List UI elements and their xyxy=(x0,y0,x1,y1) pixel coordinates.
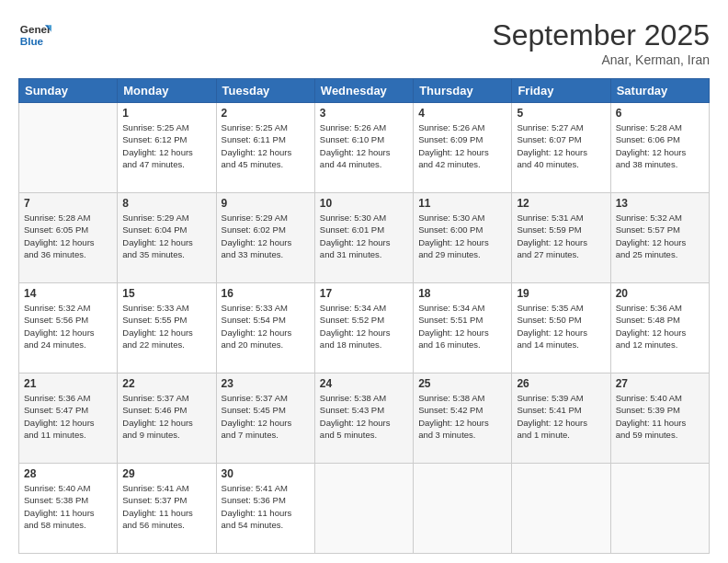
calendar-week-row: 21Sunrise: 5:36 AM Sunset: 5:47 PM Dayli… xyxy=(19,373,710,464)
day-info: Sunrise: 5:29 AM Sunset: 6:02 PM Dayligh… xyxy=(222,212,310,260)
day-info: Sunrise: 5:40 AM Sunset: 5:39 PM Dayligh… xyxy=(616,392,704,441)
table-row: 29Sunrise: 5:41 AM Sunset: 5:37 PM Dayli… xyxy=(118,464,216,554)
table-row: 7Sunrise: 5:28 AM Sunset: 6:05 PM Daylig… xyxy=(19,193,118,283)
col-friday: Friday xyxy=(512,79,610,103)
day-info: Sunrise: 5:35 AM Sunset: 5:50 PM Dayligh… xyxy=(517,302,605,350)
day-info: Sunrise: 5:33 AM Sunset: 5:55 PM Dayligh… xyxy=(122,302,210,350)
day-info: Sunrise: 5:29 AM Sunset: 6:04 PM Dayligh… xyxy=(122,212,210,260)
table-row: 15Sunrise: 5:33 AM Sunset: 5:55 PM Dayli… xyxy=(118,283,216,373)
title-block: September 2025 Anar, Kerman, Iran xyxy=(492,18,710,67)
day-number: 28 xyxy=(24,467,112,480)
table-row: 23Sunrise: 5:37 AM Sunset: 5:45 PM Dayli… xyxy=(216,373,314,464)
table-row: 20Sunrise: 5:36 AM Sunset: 5:48 PM Dayli… xyxy=(610,283,709,373)
table-row: 10Sunrise: 5:30 AM Sunset: 6:01 PM Dayli… xyxy=(314,193,413,283)
day-info: Sunrise: 5:38 AM Sunset: 5:42 PM Dayligh… xyxy=(418,392,506,441)
logo-icon: General Blue xyxy=(18,18,51,52)
day-info: Sunrise: 5:27 AM Sunset: 6:07 PM Dayligh… xyxy=(517,121,605,170)
day-number: 12 xyxy=(517,197,605,210)
day-info: Sunrise: 5:41 AM Sunset: 5:36 PM Dayligh… xyxy=(222,482,310,531)
day-number: 23 xyxy=(222,377,310,390)
day-number: 27 xyxy=(616,377,704,390)
day-number: 5 xyxy=(517,107,605,120)
day-number: 14 xyxy=(24,287,112,300)
day-info: Sunrise: 5:34 AM Sunset: 5:51 PM Dayligh… xyxy=(418,302,506,350)
table-row: 26Sunrise: 5:39 AM Sunset: 5:41 PM Dayli… xyxy=(512,373,610,464)
day-info: Sunrise: 5:37 AM Sunset: 5:45 PM Dayligh… xyxy=(222,392,310,441)
day-info: Sunrise: 5:41 AM Sunset: 5:37 PM Dayligh… xyxy=(122,482,210,531)
calendar-week-row: 14Sunrise: 5:32 AM Sunset: 5:56 PM Dayli… xyxy=(19,283,710,373)
col-saturday: Saturday xyxy=(610,79,709,103)
day-number: 21 xyxy=(24,377,112,390)
svg-text:General: General xyxy=(20,23,51,35)
day-info: Sunrise: 5:36 AM Sunset: 5:47 PM Dayligh… xyxy=(24,392,112,441)
table-row: 24Sunrise: 5:38 AM Sunset: 5:43 PM Dayli… xyxy=(314,373,413,464)
table-row: 6Sunrise: 5:28 AM Sunset: 6:06 PM Daylig… xyxy=(610,103,709,193)
table-row: 13Sunrise: 5:32 AM Sunset: 5:57 PM Dayli… xyxy=(610,193,709,283)
table-row xyxy=(610,464,709,554)
day-info: Sunrise: 5:38 AM Sunset: 5:43 PM Dayligh… xyxy=(320,392,408,441)
calendar-week-row: 1Sunrise: 5:25 AM Sunset: 6:12 PM Daylig… xyxy=(19,103,710,193)
col-monday: Monday xyxy=(118,79,216,103)
table-row xyxy=(19,103,118,193)
table-row: 5Sunrise: 5:27 AM Sunset: 6:07 PM Daylig… xyxy=(512,103,610,193)
table-row: 8Sunrise: 5:29 AM Sunset: 6:04 PM Daylig… xyxy=(118,193,216,283)
day-info: Sunrise: 5:32 AM Sunset: 5:56 PM Dayligh… xyxy=(24,302,112,350)
day-number: 18 xyxy=(418,287,506,300)
day-info: Sunrise: 5:33 AM Sunset: 5:54 PM Dayligh… xyxy=(222,302,310,350)
calendar-table: Sunday Monday Tuesday Wednesday Thursday… xyxy=(18,78,710,554)
day-info: Sunrise: 5:30 AM Sunset: 6:01 PM Dayligh… xyxy=(320,212,408,260)
day-number: 1 xyxy=(122,107,210,120)
table-row: 21Sunrise: 5:36 AM Sunset: 5:47 PM Dayli… xyxy=(19,373,118,464)
day-info: Sunrise: 5:36 AM Sunset: 5:48 PM Dayligh… xyxy=(616,302,704,350)
calendar-week-row: 28Sunrise: 5:40 AM Sunset: 5:38 PM Dayli… xyxy=(19,464,710,554)
col-wednesday: Wednesday xyxy=(314,79,413,103)
col-thursday: Thursday xyxy=(414,79,512,103)
day-number: 7 xyxy=(24,197,112,210)
day-number: 26 xyxy=(517,377,605,390)
table-row: 17Sunrise: 5:34 AM Sunset: 5:52 PM Dayli… xyxy=(314,283,413,373)
day-info: Sunrise: 5:32 AM Sunset: 5:57 PM Dayligh… xyxy=(616,212,704,260)
day-info: Sunrise: 5:26 AM Sunset: 6:10 PM Dayligh… xyxy=(320,121,408,170)
table-row: 11Sunrise: 5:30 AM Sunset: 6:00 PM Dayli… xyxy=(414,193,512,283)
table-row: 1Sunrise: 5:25 AM Sunset: 6:12 PM Daylig… xyxy=(118,103,216,193)
day-number: 11 xyxy=(418,197,506,210)
day-number: 25 xyxy=(418,377,506,390)
table-row: 19Sunrise: 5:35 AM Sunset: 5:50 PM Dayli… xyxy=(512,283,610,373)
day-info: Sunrise: 5:26 AM Sunset: 6:09 PM Dayligh… xyxy=(418,121,506,170)
day-number: 17 xyxy=(320,287,408,300)
table-row xyxy=(512,464,610,554)
day-number: 13 xyxy=(616,197,704,210)
table-row: 16Sunrise: 5:33 AM Sunset: 5:54 PM Dayli… xyxy=(216,283,314,373)
table-row xyxy=(414,464,512,554)
month-title: September 2025 xyxy=(492,18,710,52)
day-info: Sunrise: 5:25 AM Sunset: 6:11 PM Dayligh… xyxy=(222,121,310,170)
calendar-week-row: 7Sunrise: 5:28 AM Sunset: 6:05 PM Daylig… xyxy=(19,193,710,283)
day-number: 20 xyxy=(616,287,704,300)
day-number: 19 xyxy=(517,287,605,300)
table-row: 27Sunrise: 5:40 AM Sunset: 5:39 PM Dayli… xyxy=(610,373,709,464)
header-row: Sunday Monday Tuesday Wednesday Thursday… xyxy=(19,79,710,103)
table-row: 18Sunrise: 5:34 AM Sunset: 5:51 PM Dayli… xyxy=(414,283,512,373)
day-number: 30 xyxy=(222,467,310,480)
day-info: Sunrise: 5:30 AM Sunset: 6:00 PM Dayligh… xyxy=(418,212,506,260)
table-row: 2Sunrise: 5:25 AM Sunset: 6:11 PM Daylig… xyxy=(216,103,314,193)
table-row: 28Sunrise: 5:40 AM Sunset: 5:38 PM Dayli… xyxy=(19,464,118,554)
day-info: Sunrise: 5:40 AM Sunset: 5:38 PM Dayligh… xyxy=(24,482,112,531)
day-number: 3 xyxy=(320,107,408,120)
table-row xyxy=(314,464,413,554)
svg-text:Blue: Blue xyxy=(20,35,44,47)
table-row: 3Sunrise: 5:26 AM Sunset: 6:10 PM Daylig… xyxy=(314,103,413,193)
day-info: Sunrise: 5:37 AM Sunset: 5:46 PM Dayligh… xyxy=(122,392,210,441)
day-info: Sunrise: 5:34 AM Sunset: 5:52 PM Dayligh… xyxy=(320,302,408,350)
page: General Blue September 2025 Anar, Kerman… xyxy=(0,0,728,563)
day-number: 16 xyxy=(222,287,310,300)
table-row: 22Sunrise: 5:37 AM Sunset: 5:46 PM Dayli… xyxy=(118,373,216,464)
day-number: 15 xyxy=(122,287,210,300)
location-subtitle: Anar, Kerman, Iran xyxy=(492,52,710,67)
day-info: Sunrise: 5:31 AM Sunset: 5:59 PM Dayligh… xyxy=(517,212,605,260)
day-info: Sunrise: 5:39 AM Sunset: 5:41 PM Dayligh… xyxy=(517,392,605,441)
table-row: 30Sunrise: 5:41 AM Sunset: 5:36 PM Dayli… xyxy=(216,464,314,554)
day-number: 22 xyxy=(122,377,210,390)
table-row: 25Sunrise: 5:38 AM Sunset: 5:42 PM Dayli… xyxy=(414,373,512,464)
table-row: 14Sunrise: 5:32 AM Sunset: 5:56 PM Dayli… xyxy=(19,283,118,373)
